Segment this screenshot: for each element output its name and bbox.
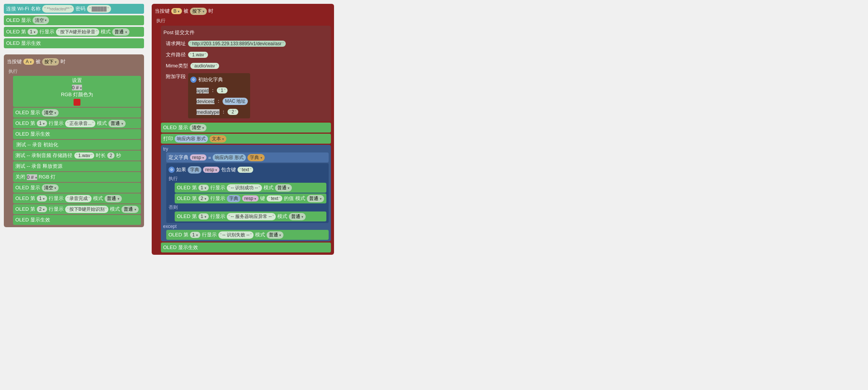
oled-effect1-block: OLED 显示生效 [4, 38, 144, 48]
dict-container: ⚙ 初始化字典 appid ： “ 1 ” [188, 73, 251, 118]
resp-dict-label: 字典 [227, 195, 241, 202]
oled-fail-block: OLED 第 1 ▾ 行显示 “ -- 识别失败 -- ” 模式 普通 ▾ [166, 230, 329, 240]
oled-line1-block: OLED 第 1 ▾ 行显示 “ 按下A键开始录音 ” 模式 普通 ▾ [4, 27, 144, 37]
response2-label: 响应内容 形式 [213, 154, 246, 161]
oled-line1-text[interactable]: “ 按下A键开始录音 ” [56, 28, 99, 36]
mediatype-row: mediatype ： “ 2 ” [197, 107, 248, 117]
dict-format[interactable]: 字典 ▾ [247, 154, 264, 161]
when-key-b-header: 当按键 B ▾ 被 按下 ▾ 时 [155, 6, 331, 16]
exec-a-body: 执行 设置 0 # ▾ RGB 灯颜色为 OLED 显示 清空 [7, 68, 141, 225]
mediatype-val[interactable]: “ 2 ” [228, 109, 238, 115]
format-label[interactable]: 文本 ▾ [210, 135, 226, 143]
oled-clear1-block: OLED 显示 清空 ▾ [4, 15, 144, 25]
oled-effect3-block: OLED 显示生效 [13, 215, 141, 225]
oled-fail-num[interactable]: 1 ▾ [190, 232, 200, 238]
key-a-action[interactable]: 按下 ▾ [42, 58, 59, 66]
key-b-selector[interactable]: B ▾ [171, 8, 182, 14]
oled-l4-mode[interactable]: 普通 ▾ [121, 206, 138, 213]
url-input[interactable]: “ http://203.195.229.133:8895/v1/devicea… [188, 41, 286, 47]
oled-clear3-btn[interactable]: 清空 ▾ [42, 184, 59, 192]
appid-val[interactable]: “ 1 ” [217, 87, 228, 93]
rgb-num[interactable]: 0 # ▾ [72, 85, 82, 90]
text-key-input[interactable]: “ text ” [237, 167, 253, 173]
wifi-block: 连接 Wi-Fi 名称 " **redacted** " 密码 " █████ … [4, 4, 144, 14]
color-swatch[interactable] [74, 99, 80, 106]
else-label: 否则 [169, 204, 326, 211]
when-key-a-label: 当按键 [7, 58, 22, 65]
oled-err-block: OLED 第 1 ▾ 行显示 “ -- 服务器响应异常 -- ” 模式 [175, 211, 326, 221]
resp-key-input[interactable]: “ text ” [267, 195, 282, 202]
resp-var2[interactable]: resp ▾ [242, 195, 259, 202]
gear-icon: ⚙ [190, 77, 197, 83]
exec-a-label: 执行 [7, 68, 141, 75]
key-a-selector[interactable]: A ▾ [23, 59, 34, 65]
oled-ok-mode[interactable]: 普通 ▾ [275, 184, 292, 192]
oled-err-text[interactable]: “ -- 服务器响应异常 -- ” [227, 213, 276, 220]
oled-fail-mode[interactable]: 普通 ▾ [267, 231, 283, 239]
ssid-input[interactable]: " **redacted** " [42, 5, 74, 13]
if-dict: 字典 [188, 166, 201, 174]
url-row: 请求网址 “ http://203.195.229.133:8895/v1/de… [164, 39, 328, 49]
test-record-block: 测试 -- 录制音频 存储路径 “ 1.wav ” 时长 2 秒 [13, 151, 141, 161]
oled-l3-text[interactable]: “ 录音完成 ” [65, 195, 92, 202]
oled-l2-text[interactable]: “ 正在录音... ” [65, 120, 95, 127]
oled-l4-num[interactable]: 2 ▾ [37, 206, 47, 212]
set-rgb-block: 设置 0 # ▾ RGB 灯颜色为 [13, 76, 141, 107]
oled-effect1-label: OLED 显示生效 [6, 40, 41, 47]
when-key-a-header: 当按键 A ▾ 被 按下 ▾ 时 [7, 57, 141, 67]
appid-key: appid [197, 88, 209, 93]
if-resp-var[interactable]: resp ▾ [203, 167, 220, 173]
oled-clear3-block: OLED 显示 清空 ▾ [13, 183, 141, 193]
record-path[interactable]: “ 1.wav ” [74, 152, 95, 159]
pwd-input[interactable]: " █████ " [87, 5, 111, 13]
oled-ok-num[interactable]: 1 ▾ [198, 185, 209, 191]
oled-clear-r-block: OLED 显示 清空 ▾ [161, 123, 331, 133]
oled-l3-mode[interactable]: 普通 ▾ [105, 195, 121, 202]
record-duration[interactable]: 2 [107, 152, 115, 159]
close-rgb-num[interactable]: 0 # ▾ [27, 174, 37, 180]
oled-resp-mode[interactable]: 普通 ▾ [307, 195, 324, 202]
oled-fail-text[interactable]: “ -- 识别失败 -- ” [218, 231, 254, 239]
try-block: try 定义字典 resp ▾ = 响应内容 形式 字典 ▾ [161, 145, 331, 241]
key-b-action[interactable]: 按下 ▾ [190, 8, 207, 15]
oled-resp-block: OLED 第 2 ▾ 行显示 字典 resp ▾ 键 [175, 193, 326, 203]
deviceid-key: deviceid [197, 98, 215, 104]
when-key-a-outer: 当按键 A ▾ 被 按下 ▾ 时 执行 设置 0 # [4, 54, 144, 227]
oled-err-num[interactable]: 1 ▾ [198, 213, 209, 220]
oled-l4-text[interactable]: “ 按下B键开始识别 ” [65, 206, 108, 213]
left-panel: 连接 Wi-Fi 名称 " **redacted** " 密码 " █████ … [4, 4, 144, 227]
response-label: 响应内容 形式 [175, 135, 208, 143]
filepath-row: 文件路径 “ 1.wav ” [164, 50, 328, 60]
oled-l2-num[interactable]: 1 ▾ [37, 120, 47, 126]
oled-clear2-btn[interactable]: 清空 ▾ [42, 109, 59, 116]
appid-row: appid ： “ 1 ” [197, 85, 248, 95]
oled-clear1-btn[interactable]: 清空 ▾ [33, 16, 49, 24]
oled-l3-num[interactable]: 1 ▾ [37, 195, 47, 202]
oled-clear-r-btn[interactable]: 清空 ▾ [190, 124, 206, 131]
when-key-b-outer: 当按键 B ▾ 被 按下 ▾ 时 执行 Post 提交文件 [152, 4, 334, 255]
oled-line1-label: OLED 第 [6, 28, 26, 35]
mime-row: Mime类型 “ audio/wav ” [164, 61, 328, 71]
filepath-input[interactable]: “ 1.wav ” [188, 52, 208, 58]
resp-var[interactable]: resp ▾ [190, 154, 207, 161]
define-dict-block: 定义字典 resp ▾ = 响应内容 形式 字典 ▾ [166, 152, 329, 162]
close-rgb-block: 关闭 0 # ▾ RGB 灯 [13, 172, 141, 182]
oled-resp-num[interactable]: 2 ▾ [198, 195, 209, 202]
try-label: try [163, 146, 329, 152]
test-init-block: 测试 -- 录音 初始化 [13, 140, 141, 150]
if-gear-icon: ⚙ [169, 167, 175, 173]
oled-ok-text[interactable]: “ -- 识别成功 -- ” [227, 184, 262, 192]
when-key-b-label: 当按键 [155, 8, 170, 15]
oled-effect2-block: OLED 显示生效 [13, 129, 141, 139]
oled-recording-block: OLED 第 1 ▾ 行显示 “ 正在录音... ” 模式 普通 ▾ [13, 118, 141, 128]
pwd-label: 密码 [75, 5, 85, 12]
post-label-row: Post 提交文件 [164, 28, 328, 38]
if-block: ⚙ 如果 字典 resp ▾ 包含键 “ text ” [166, 163, 329, 223]
mime-input[interactable]: “ audio/wav ” [190, 63, 219, 69]
oled-press-b-block: OLED 第 2 ▾ 行显示 “ 按下B键开始识别 ” 模式 普通 ▾ [13, 204, 141, 214]
oled-l2-mode[interactable]: 普通 ▾ [108, 120, 125, 127]
oled-line1-num[interactable]: 1 ▾ [28, 29, 38, 35]
oled-err-mode[interactable]: 普通 ▾ [289, 213, 306, 220]
test-release-block: 测试 -- 录音 释放资源 [13, 161, 141, 171]
oled-line1-mode[interactable]: 普通 ▾ [112, 28, 129, 36]
